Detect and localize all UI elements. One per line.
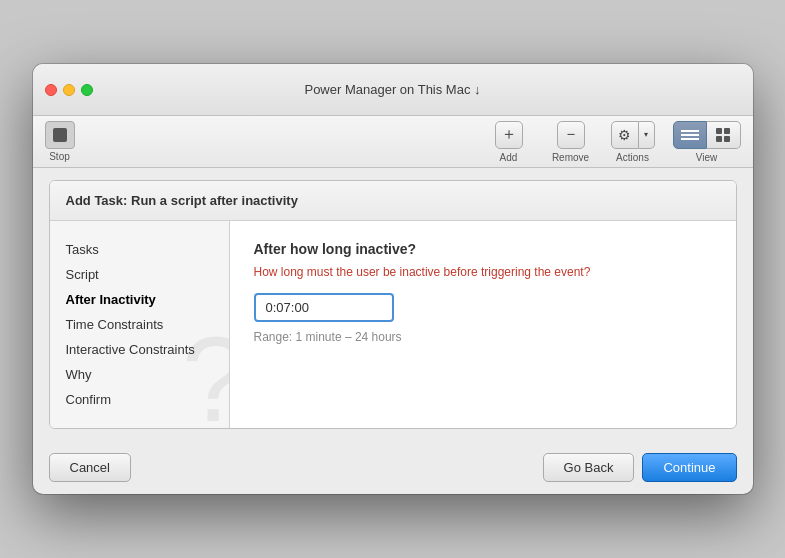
continue-button[interactable]: Continue: [642, 453, 736, 482]
dialog-title: Add Task: Run a script after inactivity: [66, 193, 298, 208]
sidebar-item-script[interactable]: Script: [50, 262, 229, 287]
content-panel: After how long inactive? How long must t…: [230, 221, 736, 428]
sidebar-item-confirm[interactable]: Confirm: [50, 387, 229, 412]
add-label: Add: [500, 152, 518, 163]
grid-view-icon: [714, 126, 732, 144]
list-view-icon: [677, 126, 703, 144]
remove-icon: －: [557, 121, 585, 149]
time-input[interactable]: [254, 293, 394, 322]
sidebar-item-tasks[interactable]: Tasks: [50, 237, 229, 262]
stop-label: Stop: [49, 151, 70, 162]
actions-label: Actions: [616, 152, 649, 163]
sidebar-item-time-constraints[interactable]: Time Constraints: [50, 312, 229, 337]
view-button-group: View: [673, 121, 741, 163]
cancel-button[interactable]: Cancel: [49, 453, 131, 482]
view-label: View: [696, 152, 718, 163]
sidebar: ? Tasks Script After Inactivity Time Con…: [50, 221, 230, 428]
main-content: Add Task: Run a script after inactivity …: [33, 168, 753, 441]
content-subtitle: How long must the user be inactive befor…: [254, 265, 712, 279]
toolbar-buttons: ＋ Add － Remove ⚙ ▾ Actions: [487, 121, 741, 163]
stop-button-group: Stop: [45, 121, 75, 162]
maximize-button[interactable]: [81, 84, 93, 96]
actions-chevron[interactable]: ▾: [639, 121, 655, 149]
content-title: After how long inactive?: [254, 241, 712, 257]
svg-rect-0: [716, 128, 722, 134]
go-back-button[interactable]: Go Back: [543, 453, 635, 482]
bottom-bar: Cancel Go Back Continue: [33, 441, 753, 494]
dialog-panel: Add Task: Run a script after inactivity …: [49, 180, 737, 429]
actions-button[interactable]: ⚙: [611, 121, 639, 149]
svg-rect-1: [724, 128, 730, 134]
svg-rect-3: [724, 136, 730, 142]
stop-button[interactable]: [45, 121, 75, 149]
app-window: Power Manager on This Mac ↓ Stop ＋ Add －…: [33, 64, 753, 494]
stop-icon: [53, 128, 67, 142]
remove-button[interactable]: － Remove: [549, 121, 593, 163]
add-button[interactable]: ＋ Add: [487, 121, 531, 163]
window-title: Power Manager on This Mac ↓: [304, 82, 480, 97]
toolbar: Stop ＋ Add － Remove ⚙ ▾: [33, 116, 753, 168]
range-hint: Range: 1 minute – 24 hours: [254, 330, 712, 344]
sidebar-item-why[interactable]: Why: [50, 362, 229, 387]
add-icon: ＋: [495, 121, 523, 149]
close-button[interactable]: [45, 84, 57, 96]
actions-button-group: ⚙ ▾ Actions: [611, 121, 655, 163]
view-buttons: [673, 121, 741, 149]
dialog-body: ? Tasks Script After Inactivity Time Con…: [50, 221, 736, 428]
right-buttons: Go Back Continue: [543, 453, 737, 482]
toolbar-right: ＋ Add － Remove ⚙ ▾ Actions: [487, 121, 741, 163]
actions-top: ⚙ ▾: [611, 121, 655, 149]
grid-view-button[interactable]: [707, 121, 741, 149]
sidebar-item-after-inactivity[interactable]: After Inactivity: [50, 287, 229, 312]
traffic-lights: [45, 84, 93, 96]
list-view-button[interactable]: [673, 121, 707, 149]
titlebar: Power Manager on This Mac ↓: [33, 64, 753, 116]
minimize-button[interactable]: [63, 84, 75, 96]
remove-label: Remove: [552, 152, 589, 163]
sidebar-item-interactive-constraints[interactable]: Interactive Constraints: [50, 337, 229, 362]
svg-rect-2: [716, 136, 722, 142]
dialog-header: Add Task: Run a script after inactivity: [50, 181, 736, 221]
